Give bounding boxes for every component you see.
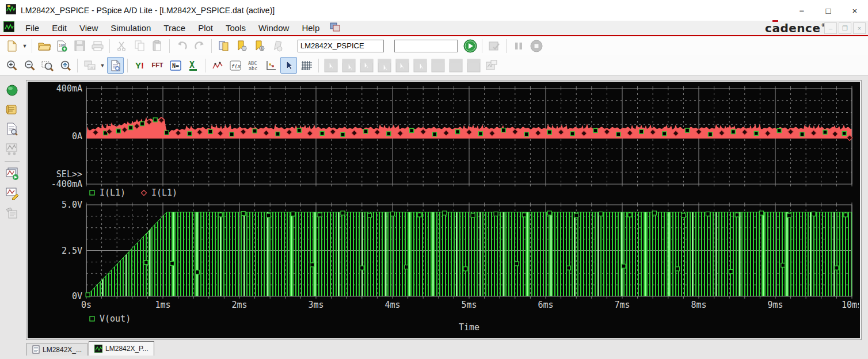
waveform-plot[interactable]: I(L1)I(L1)V(out) 400mA0A-400mASEL>>5.0V2… — [28, 82, 859, 337]
cursor-min-button[interactable] — [376, 57, 393, 74]
run-batch-simulation-icon[interactable] — [3, 165, 21, 182]
window-title: LM2842X_PSPICE - PSpice A/D Lite - [LM28… — [21, 6, 275, 15]
view-output-file-icon[interactable] — [3, 121, 21, 138]
cursor-prev-button[interactable] — [465, 57, 482, 74]
cadence-logo: cadence® — [765, 21, 827, 35]
log-y-axis-button[interactable]: Y! — [131, 57, 148, 74]
svg-text:5.0V: 5.0V — [62, 200, 82, 210]
pspice-window: LM2842X_PSPICE - PSpice A/D Lite - [LM28… — [0, 0, 868, 359]
waveform-window: I(L1)I(L1)V(out) 400mA0A-400mASEL>>5.0V2… — [26, 80, 862, 340]
mdi-close-button[interactable]: × — [853, 22, 866, 34]
menu-bar: FileEditViewSimulationTracePlotToolsWind… — [0, 21, 868, 35]
mark-data-points-button[interactable] — [209, 57, 226, 74]
cascade-windows-icon[interactable] — [329, 22, 341, 35]
window-maximize-button[interactable]: □ — [815, 0, 842, 21]
cursor-next-button[interactable] — [447, 57, 464, 74]
redo-button[interactable] — [191, 37, 208, 54]
sidebar-toolbar — [0, 81, 24, 223]
toolbar-standard: ▼ 10M — [0, 36, 868, 55]
add-tag-button-2[interactable]: t — [251, 37, 268, 54]
simulation-status-icon[interactable] — [3, 82, 21, 99]
cursor-axes-button[interactable] — [262, 57, 279, 74]
edit-simulation-profile-icon[interactable] — [3, 185, 21, 202]
cursor-max-button[interactable] — [394, 57, 410, 74]
open-file-button[interactable] — [36, 37, 52, 54]
load-waveform-icon[interactable] — [3, 140, 21, 158]
svg-text:-400mA: -400mA — [51, 179, 82, 189]
stop-simulation-button[interactable] — [528, 37, 545, 54]
svg-text:9ms: 9ms — [767, 300, 783, 310]
plot-settings-button[interactable] — [483, 57, 500, 74]
append-file-button[interactable]: 10M — [54, 37, 70, 54]
text-doc-icon — [32, 345, 40, 354]
zoom-fit-button[interactable] — [57, 57, 74, 74]
print-plot-button[interactable]: 101 — [81, 57, 98, 74]
zoom-in-button[interactable] — [3, 57, 20, 74]
document-tab-2[interactable]: LM2842X_P... — [89, 341, 154, 356]
new-file-button[interactable] — [3, 37, 20, 54]
cut-button[interactable] — [113, 37, 130, 54]
tab-label: LM2842X_... — [43, 346, 82, 354]
document-icon — [3, 21, 14, 35]
edit-labels-button[interactable]: ABCabc — [245, 57, 261, 74]
cursor-point-button[interactable] — [412, 57, 428, 74]
save-file-button[interactable] — [71, 37, 88, 54]
svg-text:X: X — [189, 60, 195, 70]
pause-simulation-button[interactable] — [510, 37, 527, 54]
performance-analysis-button[interactable]: N= — [167, 57, 184, 74]
svg-text:7ms: 7ms — [614, 300, 630, 310]
print-plot-dropdown[interactable]: ▼ — [98, 58, 106, 73]
add-tag-button-3[interactable] — [269, 37, 285, 54]
view-log-button[interactable] — [215, 37, 232, 54]
menu-item-simulation[interactable]: Simulation — [104, 22, 157, 34]
legend-item-il1-1[interactable]: I(L1) — [141, 188, 177, 198]
paste-button[interactable] — [149, 37, 166, 54]
toggle-cursor-button[interactable] — [280, 57, 297, 74]
view-output-file-button[interactable] — [107, 57, 124, 74]
svg-text:101: 101 — [89, 65, 95, 69]
search-input[interactable] — [394, 40, 458, 52]
legend-item-il1-0[interactable]: I(L1) — [90, 188, 125, 198]
menu-item-help[interactable]: Help — [295, 22, 326, 34]
window-close-button[interactable]: × — [842, 0, 868, 21]
new-file-dropdown[interactable]: ▼ — [21, 38, 29, 54]
menu-item-plot[interactable]: Plot — [192, 22, 219, 34]
menu-item-file[interactable]: File — [19, 22, 45, 34]
cursor-search-button[interactable] — [429, 57, 446, 74]
simulation-profile-combo[interactable] — [298, 40, 384, 52]
copy-button[interactable] — [131, 37, 148, 54]
menu-item-tools[interactable]: Tools — [219, 22, 252, 34]
svg-text:N=: N= — [172, 63, 179, 69]
output-log-icon[interactable] — [3, 101, 21, 119]
svg-text:3ms: 3ms — [308, 300, 323, 310]
menu-item-edit[interactable]: Edit — [45, 22, 73, 34]
svg-text:0A: 0A — [72, 131, 82, 142]
plot-area[interactable]: I(L1)I(L1)V(out) 400mA0A-400mASEL>>5.0V2… — [28, 82, 860, 338]
svg-text:t: t — [261, 47, 263, 51]
menu-item-window[interactable]: Window — [252, 22, 295, 34]
edit-stimulus-icon[interactable] — [3, 204, 21, 221]
menu-item-trace[interactable]: Trace — [157, 22, 192, 34]
mesh-display-button[interactable] — [298, 57, 315, 74]
mdi-restore-button[interactable]: ❐ — [839, 22, 851, 34]
run-simulation-button[interactable] — [462, 37, 478, 54]
zoom-out-button[interactable] — [21, 57, 38, 74]
save-results-button[interactable] — [486, 37, 502, 54]
svg-text:I(L1): I(L1) — [151, 188, 177, 198]
add-tag-button-1[interactable] — [233, 37, 250, 54]
zoom-area-button[interactable] — [39, 57, 56, 74]
legend-item-vout-0[interactable]: V(out) — [90, 314, 131, 324]
cursor-peak-button[interactable] — [322, 57, 339, 74]
menu-item-view[interactable]: View — [73, 22, 104, 34]
svg-text:I(L1): I(L1) — [100, 188, 125, 198]
export-excel-button[interactable]: X — [185, 57, 201, 74]
fft-button[interactable]: FFT — [149, 57, 166, 74]
cursor-trough-button[interactable] — [340, 57, 357, 74]
window-minimize-button[interactable]: − — [789, 0, 815, 21]
mdi-minimize-button[interactable]: – — [824, 22, 837, 34]
print-button[interactable] — [89, 37, 106, 54]
document-tab-1[interactable]: LM2842X_... — [26, 343, 87, 356]
cursor-slope-button[interactable] — [358, 57, 375, 74]
undo-button[interactable] — [173, 37, 190, 54]
evaluate-function-button[interactable]: f(x) — [227, 57, 243, 74]
